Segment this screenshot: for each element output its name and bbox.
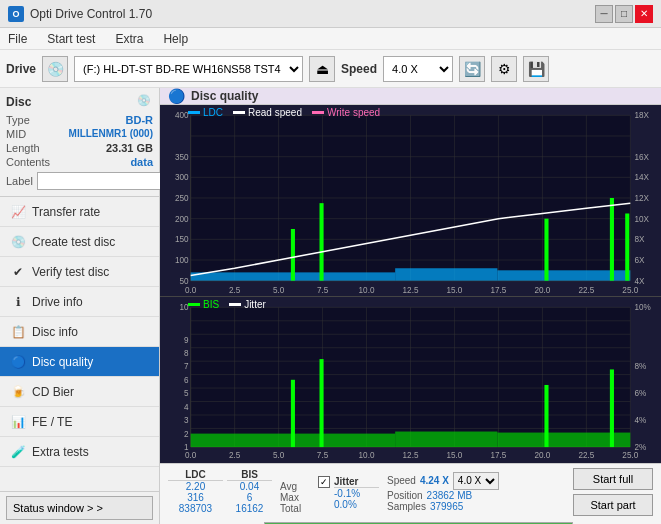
ldc-legend: LDC: [188, 107, 223, 118]
svg-text:5.0: 5.0: [273, 452, 285, 461]
svg-text:350: 350: [175, 153, 189, 162]
svg-text:12.5: 12.5: [403, 452, 419, 461]
bis-total: 16162: [227, 503, 272, 514]
main-layout: Disc 💿 Type BD-R MID MILLENMR1 (000) Len…: [0, 88, 661, 524]
read-speed-legend-label: Read speed: [248, 107, 302, 118]
sidebar-item-cd-bier[interactable]: 🍺 CD Bier: [0, 377, 159, 407]
svg-text:3: 3: [184, 416, 189, 425]
sidebar-item-transfer-rate[interactable]: 📈 Transfer rate: [0, 197, 159, 227]
svg-text:6%: 6%: [634, 389, 646, 398]
label-input[interactable]: [37, 172, 170, 190]
svg-text:0.0: 0.0: [185, 452, 197, 461]
toolbar: Drive 💿 (F:) HL-DT-ST BD-RE WH16NS58 TST…: [0, 50, 661, 88]
svg-text:2.5: 2.5: [229, 286, 241, 295]
menu-help[interactable]: Help: [159, 30, 192, 48]
svg-text:9: 9: [184, 336, 189, 345]
sidebar-item-disc-info[interactable]: 📋 Disc info: [0, 317, 159, 347]
svg-text:2.5: 2.5: [229, 452, 241, 461]
svg-text:7: 7: [184, 363, 189, 372]
charts-area: LDC Read speed Write speed: [160, 105, 661, 463]
svg-rect-53: [544, 219, 548, 281]
verify-test-disc-label: Verify test disc: [32, 265, 109, 279]
svg-text:4: 4: [184, 403, 189, 412]
svg-rect-106: [395, 432, 497, 448]
svg-rect-54: [610, 198, 614, 281]
svg-text:0.0: 0.0: [185, 286, 197, 295]
svg-text:2: 2: [184, 430, 189, 439]
svg-text:4%: 4%: [634, 416, 646, 425]
read-speed-legend: Read speed: [233, 107, 302, 118]
save-button[interactable]: 💾: [523, 56, 549, 82]
extra-tests-label: Extra tests: [32, 445, 89, 459]
sidebar-item-drive-info[interactable]: ℹ Drive info: [0, 287, 159, 317]
svg-text:22.5: 22.5: [578, 286, 594, 295]
sidebar-item-disc-quality[interactable]: 🔵 Disc quality: [0, 347, 159, 377]
total-label: Total: [280, 503, 310, 514]
svg-rect-109: [320, 359, 324, 447]
menu-file[interactable]: File: [4, 30, 31, 48]
svg-text:4X: 4X: [634, 277, 645, 286]
mid-value: MILLENMR1 (000): [69, 128, 153, 140]
svg-text:5.0: 5.0: [273, 286, 285, 295]
cd-bier-icon: 🍺: [10, 384, 26, 400]
refresh-button[interactable]: 🔄: [459, 56, 485, 82]
sidebar-item-extra-tests[interactable]: 🧪 Extra tests: [0, 437, 159, 467]
type-value: BD-R: [126, 114, 154, 126]
menu-bar: File Start test Extra Help: [0, 28, 661, 50]
title-bar: O Opti Drive Control 1.70 ─ □ ✕: [0, 0, 661, 28]
svg-text:15.0: 15.0: [447, 286, 463, 295]
sidebar-item-fe-te[interactable]: 📊 FE / TE: [0, 407, 159, 437]
disc-quality-icon: 🔵: [10, 354, 26, 370]
minimize-button[interactable]: ─: [595, 5, 613, 23]
menu-extra[interactable]: Extra: [111, 30, 147, 48]
sidebar-item-create-test-disc[interactable]: 💿 Create test disc: [0, 227, 159, 257]
svg-text:12.5: 12.5: [403, 286, 419, 295]
svg-text:16X: 16X: [634, 153, 649, 162]
bis-legend-label: BIS: [203, 299, 219, 310]
svg-rect-52: [320, 203, 324, 280]
drive-selector[interactable]: (F:) HL-DT-ST BD-RE WH16NS58 TST4: [74, 56, 303, 82]
close-button[interactable]: ✕: [635, 5, 653, 23]
maximize-button[interactable]: □: [615, 5, 633, 23]
jitter-checkbox[interactable]: ✓: [318, 476, 330, 488]
write-speed-legend-label: Write speed: [327, 107, 380, 118]
sidebar-item-verify-test-disc[interactable]: ✔ Verify test disc: [0, 257, 159, 287]
svg-text:14X: 14X: [634, 173, 649, 182]
start-part-button[interactable]: Start part: [573, 494, 653, 516]
svg-text:50: 50: [180, 277, 190, 286]
disc-section: Disc 💿 Type BD-R MID MILLENMR1 (000) Len…: [0, 88, 159, 197]
speed-stat-label: Speed: [387, 475, 416, 486]
jitter-legend: Jitter: [229, 299, 266, 310]
cd-bier-label: CD Bier: [32, 385, 74, 399]
svg-text:5: 5: [184, 389, 189, 398]
speed-dropdown[interactable]: 4.0 X: [453, 472, 499, 490]
type-label: Type: [6, 114, 30, 126]
transfer-rate-label: Transfer rate: [32, 205, 100, 219]
disc-info-label: Disc info: [32, 325, 78, 339]
eject-button[interactable]: ⏏: [309, 56, 335, 82]
label-label: Label: [6, 175, 33, 187]
progress-row: Test completed 100.0% 33:17: [168, 520, 653, 524]
menu-start-test[interactable]: Start test: [43, 30, 99, 48]
verify-test-disc-icon: ✔: [10, 264, 26, 280]
svg-text:20.0: 20.0: [534, 286, 550, 295]
bottom-panel: LDC 2.20 316 838703 BIS 0.04 6 16162 x A…: [160, 463, 661, 524]
ldc-avg: 2.20: [168, 481, 223, 492]
ldc-chart-svg: 50 100 150 200 250 300 350 400 4X 6X 8X …: [160, 105, 661, 296]
svg-text:250: 250: [175, 194, 189, 203]
app-icon: O: [8, 6, 24, 22]
status-window-button[interactable]: Status window > >: [6, 496, 153, 520]
start-full-button[interactable]: Start full: [573, 468, 653, 490]
svg-rect-49: [395, 268, 497, 280]
svg-rect-110: [544, 385, 548, 447]
svg-text:150: 150: [175, 235, 189, 244]
svg-text:400: 400: [175, 111, 189, 120]
content-header-icon: 🔵: [168, 88, 185, 104]
speed-selector[interactable]: 4.0 X: [383, 56, 453, 82]
svg-text:8X: 8X: [634, 235, 645, 244]
settings-button[interactable]: ⚙: [491, 56, 517, 82]
extra-tests-icon: 🧪: [10, 444, 26, 460]
status-section: Status window > >: [0, 491, 159, 524]
svg-text:7.5: 7.5: [317, 452, 329, 461]
bis-legend: BIS: [188, 299, 219, 310]
